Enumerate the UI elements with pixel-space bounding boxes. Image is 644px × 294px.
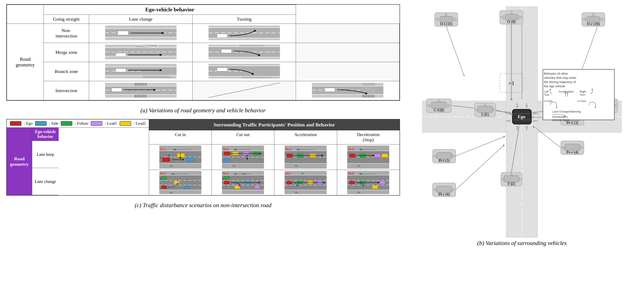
svg-text:No.8: No.8 xyxy=(348,172,354,175)
svg-text:Vy: Vy xyxy=(238,183,240,185)
cell-no7: No.7 xyxy=(274,170,337,195)
legend-follow-label: : Follow xyxy=(75,121,88,126)
svg-text:Ego: Ego xyxy=(518,114,526,119)
legend-lead1-car xyxy=(91,121,102,126)
svg-text:+1: +1 xyxy=(508,80,514,86)
cell-non-intersection-lanechange xyxy=(192,24,296,43)
traffic-outer: : Ego : Side : Follow : Lead1 : Lead2 Ro xyxy=(7,119,400,195)
col-going-straight: Going straight xyxy=(44,15,89,24)
legend-ego-label: : Ego xyxy=(24,121,32,126)
traffic-rows: No.1 No.1 dx xyxy=(149,144,399,195)
svg-text:dx: dx xyxy=(172,172,174,175)
ego-lane-keep: Lane keep xyxy=(32,141,59,168)
svg-text:Gx: Gx xyxy=(170,191,172,194)
traffic-row-2: No.5 dx dy Vy xyxy=(149,170,399,195)
cell-no4: No.4 dx xyxy=(337,144,400,170)
svg-rect-76 xyxy=(362,94,364,98)
svg-rect-50 xyxy=(217,68,228,71)
svg-rect-57 xyxy=(137,94,139,98)
diagram-merge-straight xyxy=(105,45,176,59)
row-intersection: Intersection xyxy=(44,81,89,100)
svg-line-72 xyxy=(208,83,280,98)
svg-text:dy: dy xyxy=(222,178,224,180)
svg-text:Lane Change/Swerving: Lane Change/Swerving xyxy=(552,110,581,113)
legend-lead2-label: : Lead2 xyxy=(134,121,146,126)
svg-text:Acceleration: Acceleration xyxy=(559,90,574,93)
svg-text:U-Turn: U-Turn xyxy=(578,100,586,103)
diagram-merge-lc xyxy=(208,45,280,59)
row-merge-zone: Merge zone xyxy=(44,43,89,62)
svg-text:dy: dy xyxy=(160,178,162,180)
legend-ego-car xyxy=(10,121,22,126)
part-b-caption: (b) Variations of surrounding vehicles xyxy=(477,240,567,246)
svg-text:Gx: Gx xyxy=(243,172,246,175)
svg-text:No.2: No.2 xyxy=(222,148,228,151)
col-turning: Turning xyxy=(192,15,296,24)
svg-text:dx: dx xyxy=(360,148,362,151)
svg-rect-184 xyxy=(254,186,260,189)
svg-text:Gx: Gx xyxy=(232,164,235,167)
svg-rect-5 xyxy=(118,31,128,35)
scenario-no6-diagram: No.6 Gx dx dy xyxy=(222,171,264,194)
svg-rect-41 xyxy=(116,68,126,72)
svg-text:dx: dx xyxy=(174,148,176,151)
svg-rect-164 xyxy=(162,186,167,189)
traffic-left-col: : Ego : Side : Follow : Lead1 : Lead2 Ro xyxy=(7,119,149,195)
col-cut-out: Cut out xyxy=(212,130,274,144)
svg-rect-33 xyxy=(221,49,232,53)
svg-text:O-l (11): O-l (11) xyxy=(440,22,452,26)
svg-text:dx: dx xyxy=(360,172,362,175)
svg-text:Gx: Gx xyxy=(358,164,360,167)
part-c-section: : Ego : Side : Follow : Lead1 : Lead2 Ro xyxy=(6,119,400,196)
svg-text:C-l (8): C-l (8) xyxy=(434,108,444,113)
legend-box: : Ego : Side : Follow : Lead1 : Lead2 xyxy=(7,119,149,128)
svg-text:O-r (10): O-r (10) xyxy=(587,22,600,26)
svg-text:Turn: Turn xyxy=(580,93,585,96)
svg-text:Gx: Gx xyxy=(170,164,172,167)
cell-intersection-straight xyxy=(89,81,192,100)
svg-rect-61 xyxy=(134,83,136,86)
svg-rect-63 xyxy=(140,83,141,86)
col-acceleration: Acceleration xyxy=(274,130,337,144)
svg-text:Right: Right xyxy=(580,90,586,93)
traffic-row-1: No.1 No.1 dx xyxy=(149,144,399,170)
svg-rect-113 xyxy=(224,152,230,155)
svg-rect-238 xyxy=(440,17,452,22)
svg-text:Pl-f (5): Pl-f (5) xyxy=(439,159,450,163)
part-a-caption: (a) Variations of road geometry and vehi… xyxy=(6,107,400,114)
ego-behavior-header: Ego-vehiclebehavior xyxy=(32,128,59,141)
cell-no8: No.8 dx xyxy=(337,170,400,195)
svg-text:Gx: Gx xyxy=(295,164,298,167)
svg-rect-215 xyxy=(349,181,354,184)
col-lane-change: Lane change xyxy=(89,15,192,24)
svg-rect-255 xyxy=(587,17,600,22)
traffic-main-table: Surrounding Traffic Participants' Positi… xyxy=(149,119,399,195)
cell-non-intersection-straight xyxy=(89,24,192,43)
svg-rect-167 xyxy=(162,177,167,180)
diagram-branch-lc xyxy=(208,64,280,79)
svg-rect-217 xyxy=(372,186,378,189)
svg-text:Turn: Turn xyxy=(544,93,550,96)
svg-text:O (9): O (9) xyxy=(508,20,516,24)
svg-rect-78 xyxy=(368,94,369,98)
cell-no3: No.3 dx xyxy=(274,144,337,170)
diagram-branch-straight xyxy=(105,64,176,79)
svg-rect-146 xyxy=(349,154,355,157)
legend-side-car xyxy=(35,121,47,126)
left-panel: Ego-vehicle behavior Going straight Lane… xyxy=(6,4,400,246)
svg-text:No.7: No.7 xyxy=(285,172,291,175)
svg-rect-60 xyxy=(144,94,146,98)
cell-non-intersection-turning xyxy=(296,24,399,43)
scenario-no8-diagram: No.8 dx xyxy=(347,171,389,194)
cell-branch-lanechange xyxy=(192,62,296,81)
svg-text:dx: dx xyxy=(297,148,300,151)
svg-rect-23 xyxy=(116,53,126,57)
col-cut-in: Cut in xyxy=(149,130,212,144)
legend-side-label: : Side xyxy=(49,121,58,126)
traffic-road-geo: Roadgeometry Ego-vehiclebehavior Lane ke… xyxy=(7,128,149,195)
svg-rect-312 xyxy=(565,144,580,150)
svg-rect-321 xyxy=(504,176,519,182)
svg-text:dy: dy xyxy=(160,156,162,159)
svg-text:dx: dx xyxy=(302,172,304,175)
road-geometry-label: Roadgeometry xyxy=(7,24,44,100)
